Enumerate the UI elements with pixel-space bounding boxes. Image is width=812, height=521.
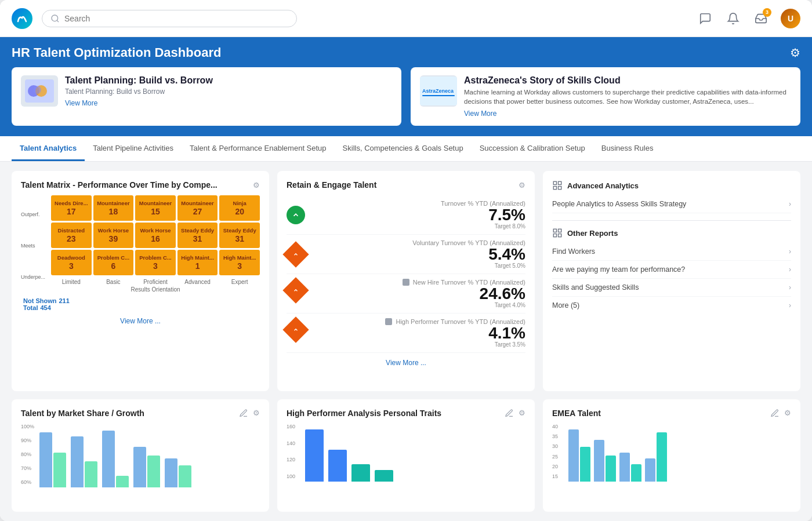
metric-content-4: High Performer Turnover % YTD (Annualize… [312,318,525,348]
dashboard-title: HR Talent Optimization Dashboard [12,45,221,60]
chevron-icon-5: › [789,301,791,309]
x-label-proficient: Proficient [135,279,176,285]
talent-matrix-view-more[interactable]: View More ... [21,317,260,325]
retain-engage-title: Retain & Engage Talent [287,180,376,190]
workday-logo[interactable] [12,8,32,29]
market-share-chart: 100%90%80%70%60% [21,424,260,487]
matrix-cell-2-3: High Maint...1 [177,250,218,275]
metric-icon-orange-4 [282,317,309,343]
total-label: Total [23,304,38,311]
matrix-cell-2-2: Problem C...3 [135,250,176,275]
promo-title-2: AstraZeneca's Story of Skills Cloud [464,75,791,86]
promo-cards: Talent Planning: Build vs. Borrow Talent… [12,67,800,126]
matrix-footer: Not Shown211 Total454 [21,297,260,311]
high-performer-title: High Performer Analysis Personal Traits [287,409,441,418]
promo-link-2[interactable]: View More [464,110,791,118]
matrix-cell-1-1: Work Horse39 [93,223,134,248]
chevron-icon-1: › [789,200,791,208]
nav-icons: 3 U [697,9,800,28]
tab-succession[interactable]: Succession & Calibration Setup [472,137,593,161]
metric-icon-orange-2 [282,241,309,267]
metric-value-3: 24.6% [312,286,525,302]
report-item-people-analytics[interactable]: People Analytics to Assess Skills Strate… [552,195,791,213]
high-performer-icons[interactable]: ⚙ [505,409,525,418]
tab-pipeline[interactable]: Talent Pipeline Activities [85,137,182,161]
metric-content-2: Voluntary Turnover % YTD (Annualized) 5.… [312,239,525,269]
search-bar[interactable] [42,10,297,27]
talent-matrix-settings-icon[interactable]: ⚙ [253,181,260,190]
metric-content-1: Turnover % YTD (Annualized) 7.5% Target … [312,200,525,229]
retain-view-more[interactable]: View More ... [287,359,525,367]
promo-card-2: AstraZeneca AstraZeneca's Story of Skill… [411,67,800,126]
matrix-cell-2-1: Problem C...6 [93,250,134,275]
not-shown-value: 211 [59,297,69,304]
tab-enablement[interactable]: Talent & Performance Enablement Setup [182,137,335,161]
matrix-cell-0-1: Mountaineer18 [93,195,134,221]
market-share-icons[interactable]: ⚙ [239,409,260,418]
svg-point-0 [52,15,58,21]
dashboard-settings-icon[interactable]: ⚙ [790,46,800,60]
metric-row-4: High Performer Turnover % YTD (Annualize… [287,314,525,353]
matrix-cell-2-0: Deadwood3 [51,250,92,275]
market-share-title: Talent by Market Share / Growth [21,409,144,418]
advanced-analytics-card: Advanced Analytics People Analytics to A… [543,171,800,391]
report-item-skills[interactable]: Skills and Suggested Skills › [552,279,791,297]
inbox-icon[interactable]: 3 [753,10,769,27]
metric-value-1: 7.5% [312,207,525,223]
user-avatar[interactable]: U [781,9,800,28]
report-link-label: People Analytics to Assess Skills Strate… [552,200,686,208]
report-item-paying[interactable]: Are we paying my team for performance? › [552,261,791,279]
promo-link-1[interactable]: View More [65,99,392,107]
report-item-more[interactable]: More (5) › [552,297,791,314]
svg-rect-15 [559,234,561,237]
retain-settings-icon[interactable]: ⚙ [519,181,525,190]
bell-icon[interactable] [725,10,741,27]
tab-skills[interactable]: Skills, Competencies & Goals Setup [335,137,472,161]
x-label-limited: Limited [51,279,92,285]
row-label-meets: Meets [21,243,49,249]
svg-rect-12 [553,229,556,232]
metric-row-1: Turnover % YTD (Annualized) 7.5% Target … [287,195,525,235]
emea-icons[interactable]: ⚙ [770,409,791,418]
chat-icon[interactable] [697,10,713,27]
tab-talent-analytics[interactable]: Talent Analytics [12,137,85,161]
chevron-icon-3: › [789,265,791,274]
advanced-analytics-title: Advanced Analytics [567,181,639,190]
report-item-find-workers[interactable]: Find Workers › [552,243,791,261]
retain-engage-card: Retain & Engage Talent ⚙ Turnover % YTD … [277,171,535,391]
row-label-underpe: Underpe... [21,274,49,280]
matrix-cell-1-2: Work Horse16 [135,223,176,248]
main-content: Talent Matrix - Performance Over Time by… [0,162,812,521]
metric-target-4: Target 3.5% [312,341,525,348]
metric-content-3: New Hire Turnover % YTD (Annualized) 24.… [312,279,525,308]
matrix-cell-1-4: Steady Eddy31 [219,223,260,248]
market-share-card: Talent by Market Share / Growth ⚙ 100%90… [12,399,269,512]
matrix-cell-1-3: Steady Eddy31 [177,223,218,248]
emea-talent-card: EMEA Talent ⚙ 403530252015 [543,399,800,512]
svg-rect-9 [559,181,561,184]
metric-row-3: New Hire Turnover % YTD (Annualized) 24.… [287,274,525,314]
promo-title-1: Talent Planning: Build vs. Borrow [65,75,392,86]
metric-icon-green [287,206,305,224]
svg-rect-11 [559,187,561,190]
high-performer-card: High Performer Analysis Personal Traits … [277,399,535,512]
not-shown-label: Not Shown [23,297,56,304]
chevron-icon-2: › [789,247,791,256]
metric-icon-orange-3 [282,278,309,304]
advanced-analytics-header: Advanced Analytics [552,180,791,191]
blue-header: HR Talent Optimization Dashboard ⚙ Talen… [0,37,812,136]
emea-chart: 403530252015 [552,424,791,482]
promo-card-1: Talent Planning: Build vs. Borrow Talent… [12,67,401,126]
tab-business-rules[interactable]: Business Rules [593,137,662,161]
emea-title: EMEA Talent [552,409,601,418]
svg-rect-7 [422,95,455,96]
row-label-outperf: Outperf. [21,212,49,217]
svg-rect-14 [553,234,556,237]
other-reports-title: Other Reports [567,229,618,238]
search-input[interactable] [64,14,288,23]
metric-target-3: Target 4.0% [312,302,525,308]
metric-value-4: 4.1% [312,325,525,341]
matrix-cell-0-3: Mountaineer27 [177,195,218,221]
metric-target-2: Target 5.0% [312,263,525,269]
matrix-cell-1-0: Distracted23 [51,223,92,248]
